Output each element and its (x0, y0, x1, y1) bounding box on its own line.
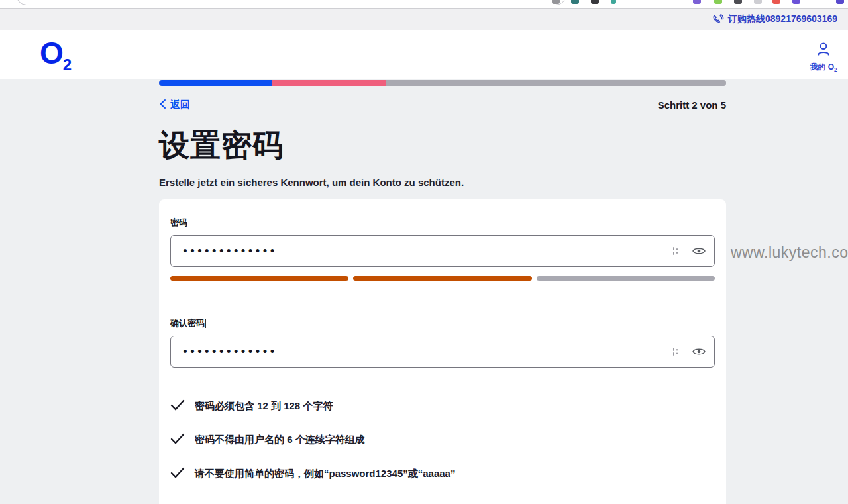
password-form-card: 密码 (159, 199, 726, 504)
password-manager-icon[interactable] (672, 347, 680, 356)
browser-chrome-strip (0, 0, 848, 9)
progress-segment-done (159, 80, 272, 86)
rule-text: 密码不得由用户名的 6 个连续字符组成 (195, 434, 365, 446)
my-o2-account[interactable]: 我的 O2 (810, 40, 837, 73)
step-nav-row: 返回 Schritt 2 von 5 (159, 99, 726, 111)
extension-icon-fragment[interactable] (734, 0, 742, 4)
show-password-eye-icon[interactable] (692, 246, 706, 256)
extension-icon-fragment[interactable] (792, 0, 800, 4)
checkmark-icon (170, 433, 185, 447)
hotline-label: 订购热线08921769603169 (728, 13, 837, 25)
strength-segment (353, 276, 531, 281)
main-content: 返回 Schritt 2 von 5 设置密码 Erstelle jetzt e… (0, 80, 848, 504)
hotline-link[interactable]: 订购热线08921769603169 (712, 13, 837, 25)
address-bar-remnant[interactable] (16, 0, 566, 5)
rule-item: 请不要使用简单的密码，例如“password12345”或“aaaaa” (170, 467, 715, 481)
page-subtitle: Erstelle jetzt ein sicheres Kennwort, um… (159, 177, 726, 188)
user-icon (815, 40, 832, 60)
site-header: O2 我的 O2 (0, 30, 848, 79)
o2-logo[interactable]: O2 (40, 38, 71, 73)
extension-icon-fragment[interactable] (552, 0, 560, 4)
confirm-password-label: 确认密码 (170, 317, 206, 329)
rule-item: 密码必须包含 12 到 128 个字符 (170, 399, 715, 413)
extension-icon-fragment[interactable] (772, 0, 780, 4)
checkmark-icon (170, 399, 185, 413)
chevron-left-icon (159, 99, 166, 111)
rule-text: 密码必须包含 12 到 128 个字符 (195, 400, 333, 413)
extension-icon-fragment[interactable] (571, 0, 579, 4)
account-label: 我的 O2 (810, 62, 837, 73)
progress-bar (159, 80, 726, 86)
extension-icon-fragment[interactable] (714, 0, 722, 4)
extension-icon-fragment[interactable] (591, 0, 599, 4)
back-link[interactable]: 返回 (159, 99, 190, 111)
page-title: 设置密码 (159, 125, 726, 166)
hotline-bar: 订购热线08921769603169 (0, 9, 848, 30)
rule-item: 密码不得由用户名的 6 个连续字符组成 (170, 433, 715, 447)
extension-icon-fragment[interactable] (836, 0, 844, 4)
confirm-password-input[interactable] (170, 336, 715, 368)
strength-segment (537, 276, 715, 281)
back-label: 返回 (170, 99, 190, 111)
password-input[interactable] (170, 235, 715, 267)
show-password-eye-icon[interactable] (692, 347, 706, 356)
rule-text: 请不要使用简单的密码，例如“password12345”或“aaaaa” (195, 468, 455, 480)
text-cursor (205, 319, 206, 328)
password-manager-icon[interactable] (672, 246, 680, 256)
password-field-block: 密码 (170, 216, 715, 281)
strength-segment (170, 276, 348, 281)
extension-icon-fragment[interactable] (693, 0, 701, 4)
phone-icon (712, 14, 724, 25)
extension-icon-fragment[interactable] (754, 0, 762, 4)
confirm-password-field-block: 确认密码 (170, 317, 715, 368)
password-rules-list: 密码必须包含 12 到 128 个字符 密码不得由用户名的 6 个连续字符组成 … (170, 399, 715, 481)
password-label: 密码 (170, 217, 187, 228)
watermark: www.lukytech.com (731, 244, 848, 262)
progress-segment-current (272, 80, 386, 86)
step-indicator: Schritt 2 von 5 (658, 99, 726, 111)
extension-icon-fragment[interactable] (611, 0, 616, 4)
password-strength-meter (170, 276, 715, 281)
progress-segment-remaining (386, 80, 726, 86)
checkmark-icon (170, 467, 185, 481)
